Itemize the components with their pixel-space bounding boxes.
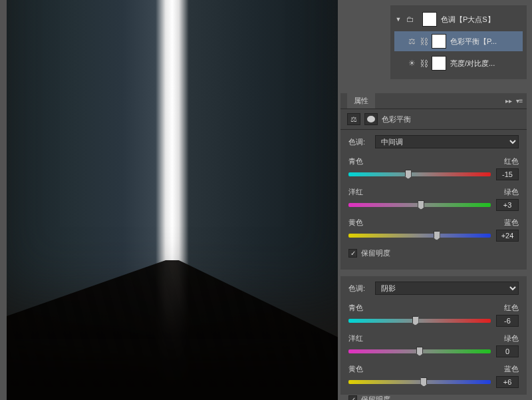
slider-track[interactable] bbox=[348, 203, 491, 207]
value-input[interactable]: +3 bbox=[496, 199, 519, 211]
layer-row-colorbalance[interactable]: ⚖ ⛓ 色彩平衡【P... bbox=[394, 31, 523, 51]
panel-tab-bar: 属性 ▸▸ ▾≡ bbox=[340, 93, 527, 109]
slider-magenta-green: 洋红 绿色 0 bbox=[348, 333, 519, 357]
layer-mask-thumb bbox=[432, 34, 446, 49]
adjustment-type-label: 色彩平衡 bbox=[382, 114, 411, 124]
properties-panel-midtones: 属性 ▸▸ ▾≡ ⚖ 色彩平衡 色调: 中间调 青色 红色 -15 bbox=[340, 93, 527, 270]
mask-icon[interactable] bbox=[364, 113, 378, 125]
label-red: 红色 bbox=[504, 156, 519, 166]
label-green: 绿色 bbox=[504, 187, 519, 197]
label-yellow: 黄色 bbox=[348, 364, 363, 374]
preserve-luminosity-label: 保留明度 bbox=[361, 248, 390, 258]
tone-label: 色调: bbox=[348, 284, 370, 294]
preserve-luminosity-row[interactable]: ✓ 保留明度 bbox=[348, 248, 519, 258]
tone-select[interactable]: 阴影 bbox=[375, 282, 519, 295]
properties-panel-shadows: 色调: 阴影 青色 红色 -6 洋红 绿色 bbox=[340, 276, 527, 395]
layers-panel: ▼ 🗀 色调【P大点S】 ⚖ ⛓ 色彩平衡【P... ☀ ⛓ 亮度/对比度... bbox=[390, 5, 527, 79]
layer-row-brightness[interactable]: ☀ ⛓ 亮度/对比度... bbox=[394, 53, 523, 73]
layer-thumb bbox=[422, 12, 437, 27]
link-icon: ⛓ bbox=[420, 37, 428, 47]
tone-label: 色调: bbox=[348, 137, 370, 147]
slider-yellow-blue: 黄色 蓝色 +24 bbox=[348, 218, 519, 242]
slider-thumb[interactable] bbox=[434, 231, 440, 240]
slider-thumb[interactable] bbox=[416, 347, 423, 356]
balance-icon: ⚖ bbox=[405, 35, 418, 48]
layer-name: 亮度/对比度... bbox=[450, 59, 523, 69]
checkbox-icon[interactable]: ✓ bbox=[348, 249, 357, 258]
adjustment-type-row: ⚖ 色彩平衡 bbox=[340, 109, 527, 130]
label-blue: 蓝色 bbox=[504, 364, 519, 374]
slider-track[interactable] bbox=[348, 234, 491, 238]
folder-icon: 🗀 bbox=[404, 13, 417, 26]
flyout-menu-icon[interactable]: ▾≡ bbox=[515, 96, 524, 105]
layer-name: 色调【P大点S】 bbox=[441, 15, 523, 25]
slider-thumb[interactable] bbox=[405, 170, 412, 179]
label-magenta: 洋红 bbox=[348, 333, 363, 343]
collapse-icon[interactable]: ▸▸ bbox=[504, 96, 513, 105]
slider-track[interactable] bbox=[348, 319, 491, 323]
slider-track[interactable] bbox=[348, 380, 491, 384]
slider-yellow-blue: 黄色 蓝色 +6 bbox=[348, 364, 519, 388]
layer-mask-thumb bbox=[432, 56, 446, 71]
label-magenta: 洋红 bbox=[348, 187, 363, 197]
balance-icon: ⚖ bbox=[347, 113, 360, 125]
brightness-icon: ☀ bbox=[405, 57, 418, 70]
label-cyan: 青色 bbox=[348, 156, 363, 166]
layer-name: 色彩平衡【P... bbox=[450, 37, 523, 47]
link-icon: ⛓ bbox=[420, 59, 428, 69]
slider-cyan-red: 青色 红色 -15 bbox=[348, 156, 519, 180]
panel-title[interactable]: 属性 bbox=[347, 93, 375, 108]
tone-select[interactable]: 中间调 bbox=[375, 135, 519, 148]
slider-thumb[interactable] bbox=[418, 200, 424, 210]
slider-thumb[interactable] bbox=[420, 377, 427, 387]
label-green: 绿色 bbox=[504, 333, 519, 343]
preserve-luminosity-label: 保留明度 bbox=[361, 395, 390, 400]
value-input[interactable]: +6 bbox=[496, 376, 519, 388]
preserve-luminosity-row[interactable]: ✓ 保留明度 bbox=[348, 395, 519, 400]
value-input[interactable]: -6 bbox=[496, 315, 519, 327]
slider-cyan-red: 青色 红色 -6 bbox=[348, 303, 519, 327]
layer-group-row[interactable]: ▼ 🗀 色调【P大点S】 bbox=[394, 9, 523, 29]
value-input[interactable]: 0 bbox=[496, 345, 519, 357]
value-input[interactable]: -15 bbox=[496, 168, 519, 180]
checkbox-icon[interactable]: ✓ bbox=[348, 395, 357, 400]
slider-magenta-green: 洋红 绿色 +3 bbox=[348, 187, 519, 211]
value-input[interactable]: +24 bbox=[496, 230, 519, 242]
slider-thumb[interactable] bbox=[412, 316, 419, 325]
label-red: 红色 bbox=[504, 303, 519, 313]
expand-icon[interactable]: ▼ bbox=[394, 16, 402, 23]
slider-track[interactable] bbox=[348, 172, 491, 176]
label-yellow: 黄色 bbox=[348, 218, 363, 228]
canvas-preview bbox=[7, 0, 338, 400]
label-blue: 蓝色 bbox=[504, 218, 519, 228]
slider-track[interactable] bbox=[348, 349, 491, 353]
label-cyan: 青色 bbox=[348, 303, 363, 313]
